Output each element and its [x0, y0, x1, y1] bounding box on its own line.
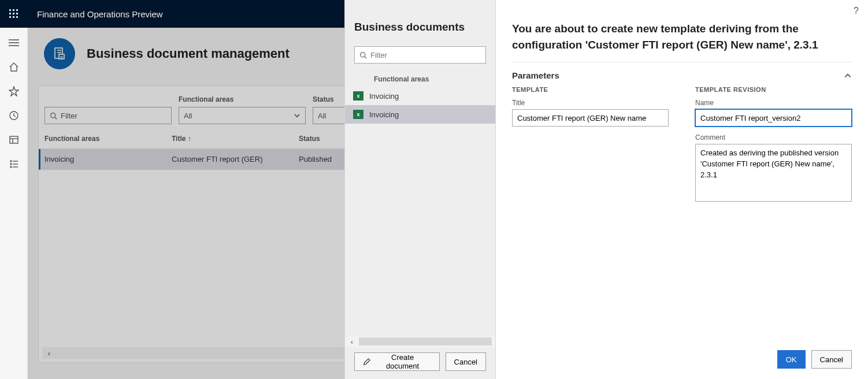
template-column: TEMPLATE Title — [512, 86, 669, 203]
panel-cancel-button[interactable]: Cancel — [446, 352, 486, 371]
panel-actions: Create document Cancel — [354, 347, 486, 379]
svg-rect-6 — [9, 16, 11, 18]
title-input[interactable] — [512, 109, 669, 127]
name-field-label: Name — [695, 99, 852, 107]
clock-icon — [9, 110, 19, 121]
svg-rect-3 — [9, 13, 11, 14]
cell-title: Customer FTI report (GER) — [172, 153, 299, 166]
blank-label — [44, 95, 172, 105]
panel-column-header: Functional areas — [354, 72, 486, 87]
functional-areas-value: All — [184, 112, 192, 120]
chevron-down-icon — [294, 112, 301, 119]
col-functional-areas[interactable]: Functional areas — [44, 132, 172, 145]
page-title: Business document management — [87, 46, 290, 61]
nav-recents[interactable] — [8, 110, 20, 121]
app-name: Finance and Operations Preview — [28, 9, 163, 19]
list-item-label: Invoicing — [369, 110, 399, 119]
svg-rect-1 — [13, 9, 14, 11]
left-nav-rail — [0, 28, 28, 379]
search-icon — [359, 51, 367, 59]
revision-meta-label: TEMPLATE REVISION — [695, 86, 852, 93]
svg-marker-14 — [9, 87, 18, 96]
waffle-icon — [9, 9, 18, 18]
panel-list: x Invoicing x Invoicing — [345, 87, 495, 124]
list-item-label: Invoicing — [369, 92, 399, 101]
svg-point-19 — [10, 161, 12, 162]
svg-rect-0 — [9, 9, 11, 11]
title-field-label: Title — [512, 99, 669, 107]
page-icon — [44, 38, 75, 69]
grid-filter-input[interactable]: Filter — [44, 107, 172, 124]
ok-button[interactable]: OK — [777, 350, 806, 369]
svg-rect-4 — [13, 13, 14, 14]
svg-point-23 — [10, 166, 12, 168]
panel-horizontal-scrollbar[interactable]: ‹ — [345, 336, 495, 347]
ok-label: OK — [786, 355, 797, 364]
panel-cancel-label: Cancel — [454, 358, 477, 366]
document-icon — [52, 46, 67, 61]
panel-filter-placeholder: Filter — [370, 51, 387, 60]
parameters-label: Parameters — [512, 70, 559, 80]
svg-point-29 — [361, 52, 365, 57]
scrollbar-track[interactable] — [359, 337, 492, 345]
excel-icon: x — [353, 91, 363, 101]
create-document-button[interactable]: Create document — [354, 352, 440, 371]
create-document-label: Create document — [374, 353, 431, 370]
comment-textarea[interactable] — [695, 144, 852, 202]
panel-heading: Business documents — [354, 21, 486, 34]
sort-asc-icon: ↑ — [188, 135, 191, 143]
chevron-up-icon — [844, 72, 852, 80]
modules-icon — [9, 159, 19, 169]
parameters-section-header[interactable]: Parameters — [512, 62, 852, 86]
svg-rect-7 — [13, 16, 14, 18]
nav-workspaces[interactable] — [8, 134, 20, 146]
search-icon — [50, 112, 57, 120]
scroll-left-icon[interactable]: ‹ — [42, 349, 56, 358]
list-item[interactable]: x Invoicing — [345, 105, 495, 124]
panel-filter-input[interactable]: Filter — [354, 46, 486, 64]
filter-placeholder: Filter — [61, 112, 77, 120]
list-item[interactable]: x Invoicing — [345, 87, 495, 105]
svg-rect-16 — [10, 136, 18, 143]
cancel-label: Cancel — [820, 355, 843, 364]
svg-point-21 — [10, 164, 12, 165]
app-launcher-button[interactable] — [0, 0, 28, 28]
right-panel-actions: OK Cancel — [512, 342, 852, 379]
pencil-icon — [363, 358, 371, 366]
svg-rect-5 — [16, 13, 18, 14]
svg-rect-2 — [16, 9, 18, 11]
star-icon — [9, 86, 19, 96]
template-meta-label: TEMPLATE — [512, 86, 669, 93]
excel-icon: x — [353, 110, 363, 119]
nav-expand-button[interactable] — [8, 37, 20, 49]
cancel-button[interactable]: Cancel — [811, 350, 852, 369]
svg-rect-8 — [16, 16, 18, 18]
svg-line-28 — [55, 117, 57, 118]
help-icon: ? — [854, 6, 859, 16]
business-documents-panel: Business documents Filter Functional are… — [344, 0, 496, 379]
col-title[interactable]: Title ↑ — [172, 132, 299, 145]
cell-functional-area: Invoicing — [44, 153, 172, 166]
comment-field-label: Comment — [695, 133, 852, 142]
svg-line-30 — [365, 56, 366, 58]
nav-modules[interactable] — [8, 158, 20, 170]
help-button[interactable]: ? — [854, 6, 859, 16]
home-icon — [9, 62, 19, 72]
nav-favorites[interactable] — [8, 86, 20, 97]
functional-areas-dropdown[interactable]: All — [179, 107, 306, 124]
functional-areas-label: Functional areas — [179, 95, 306, 105]
parameters-grid: TEMPLATE Title TEMPLATE REVISION Name Co… — [512, 86, 852, 203]
hamburger-icon — [9, 39, 19, 47]
status-value: All — [318, 112, 326, 120]
svg-point-27 — [51, 113, 55, 117]
revision-column: TEMPLATE REVISION Name Comment — [695, 86, 852, 203]
scroll-left-icon[interactable]: ‹ — [345, 337, 359, 346]
workspace-icon — [9, 135, 19, 145]
nav-home[interactable] — [8, 61, 20, 73]
right-panel-heading: You are about to create new template der… — [512, 21, 852, 53]
create-template-panel: ? You are about to create new template d… — [496, 0, 868, 379]
name-input[interactable] — [695, 109, 852, 127]
